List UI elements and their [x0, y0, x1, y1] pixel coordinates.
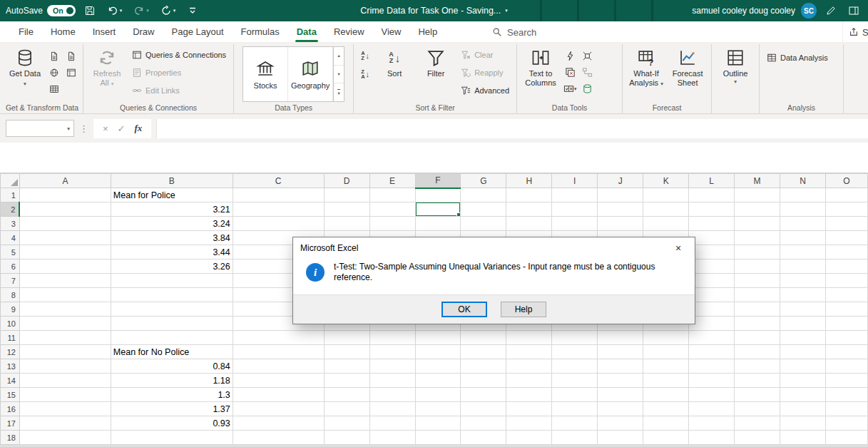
cell-M13[interactable]	[735, 359, 780, 374]
cell-H12[interactable]	[506, 345, 552, 359]
cell-C17[interactable]	[233, 416, 324, 431]
cell-M7[interactable]	[735, 274, 780, 288]
cell-O7[interactable]	[825, 274, 867, 288]
cell-O3[interactable]	[825, 217, 867, 231]
cell-O17[interactable]	[825, 416, 867, 431]
cell-M4[interactable]	[735, 231, 780, 245]
row-header-18[interactable]: 18	[1, 431, 20, 445]
cell-A6[interactable]	[19, 260, 111, 274]
tab-data[interactable]: Data	[288, 21, 325, 42]
cell-L13[interactable]	[689, 359, 735, 374]
cell-J15[interactable]	[598, 388, 643, 402]
cell-C15[interactable]	[233, 388, 324, 402]
column-header-G[interactable]: G	[461, 174, 506, 188]
quick-access-overflow-button[interactable]	[184, 0, 201, 21]
row-header-12[interactable]: 12	[1, 345, 20, 359]
cell-D15[interactable]	[324, 388, 369, 402]
cell-L11[interactable]	[689, 331, 735, 345]
cell-E11[interactable]	[369, 331, 415, 345]
cell-I3[interactable]	[552, 217, 598, 231]
cell-I13[interactable]	[552, 359, 598, 374]
avatar[interactable]: SC	[801, 3, 817, 19]
close-icon[interactable]: ×	[662, 237, 695, 259]
cell-L7[interactable]	[689, 274, 735, 288]
cell-M11[interactable]	[735, 331, 780, 345]
edit-links-button[interactable]: Edit Links	[129, 83, 229, 98]
cell-N16[interactable]	[780, 402, 826, 416]
cell-I2[interactable]	[552, 202, 598, 217]
cell-A12[interactable]	[19, 345, 111, 359]
column-header-J[interactable]: J	[598, 174, 643, 188]
cell-C2[interactable]	[233, 202, 324, 217]
properties-button[interactable]: Properties	[129, 65, 229, 81]
cell-L12[interactable]	[689, 345, 735, 359]
cell-A5[interactable]	[19, 245, 111, 260]
from-text-csv-button[interactable]	[47, 50, 61, 63]
cell-C11[interactable]	[233, 331, 324, 345]
cell-F12[interactable]	[415, 345, 461, 359]
cell-I12[interactable]	[552, 345, 598, 359]
cell-K15[interactable]	[643, 388, 689, 402]
existing-connections-button[interactable]	[64, 66, 78, 79]
cell-N10[interactable]	[780, 317, 826, 331]
cell-N9[interactable]	[780, 302, 826, 317]
cell-K1[interactable]	[643, 188, 689, 202]
data-validation-button[interactable]: ▾	[563, 82, 577, 95]
column-header-E[interactable]: E	[369, 174, 415, 188]
cell-F17[interactable]	[415, 416, 461, 431]
filter-button[interactable]: Filter	[417, 46, 455, 100]
cell-D16[interactable]	[324, 402, 369, 416]
cell-A15[interactable]	[19, 388, 111, 402]
cell-A13[interactable]	[19, 359, 111, 374]
redo-button[interactable]: ▾	[131, 0, 152, 21]
cell-B1[interactable]: Mean for Police	[111, 188, 233, 202]
cell-J2[interactable]	[598, 202, 643, 217]
cell-B10[interactable]	[111, 317, 233, 331]
cell-I15[interactable]	[552, 388, 598, 402]
cell-N4[interactable]	[780, 231, 826, 245]
column-header-L[interactable]: L	[689, 174, 735, 188]
cell-J12[interactable]	[598, 345, 643, 359]
cell-C12[interactable]	[233, 345, 324, 359]
enter-check-icon[interactable]: ✓	[118, 123, 126, 134]
cell-E3[interactable]	[369, 217, 415, 231]
cell-J13[interactable]	[598, 359, 643, 374]
cell-H1[interactable]	[506, 188, 552, 202]
tab-draw[interactable]: Draw	[124, 21, 163, 42]
tab-formulas[interactable]: Formulas	[233, 21, 288, 42]
cell-B4[interactable]: 3.84	[111, 231, 233, 245]
get-data-button[interactable]: Get Data ▾	[6, 46, 44, 100]
cell-L8[interactable]	[689, 288, 735, 302]
row-header-11[interactable]: 11	[1, 331, 20, 345]
cell-J11[interactable]	[598, 331, 643, 345]
cell-B6[interactable]: 3.26	[111, 260, 233, 274]
from-web-button[interactable]	[47, 66, 61, 79]
cell-B14[interactable]: 1.18	[111, 374, 233, 388]
column-header-O[interactable]: O	[825, 174, 867, 188]
cell-M6[interactable]	[735, 260, 780, 274]
cell-L4[interactable]	[689, 231, 735, 245]
cell-I17[interactable]	[552, 416, 598, 431]
column-header-C[interactable]: C	[233, 174, 324, 188]
column-header-N[interactable]: N	[780, 174, 826, 188]
save-button[interactable]	[81, 0, 98, 21]
gallery-scroll-up-button[interactable]: ▴	[334, 47, 344, 66]
consolidate-button[interactable]	[580, 49, 594, 62]
data-analysis-button[interactable]: Data Analysis	[764, 50, 831, 66]
cell-L16[interactable]	[689, 402, 735, 416]
cell-E12[interactable]	[369, 345, 415, 359]
cell-C13[interactable]	[233, 359, 324, 374]
cell-M9[interactable]	[735, 302, 780, 317]
cell-B2[interactable]: 3.21	[111, 202, 233, 217]
cell-N13[interactable]	[780, 359, 826, 374]
cell-L2[interactable]	[689, 202, 735, 217]
cell-B7[interactable]	[111, 274, 233, 288]
ok-button[interactable]: OK	[441, 302, 487, 317]
row-header-2[interactable]: 2	[1, 202, 20, 217]
cell-I16[interactable]	[552, 402, 598, 416]
cell-K13[interactable]	[643, 359, 689, 374]
tab-page-layout[interactable]: Page Layout	[163, 21, 233, 42]
cell-L14[interactable]	[689, 374, 735, 388]
cell-G1[interactable]	[461, 188, 506, 202]
row-header-16[interactable]: 16	[1, 402, 20, 416]
